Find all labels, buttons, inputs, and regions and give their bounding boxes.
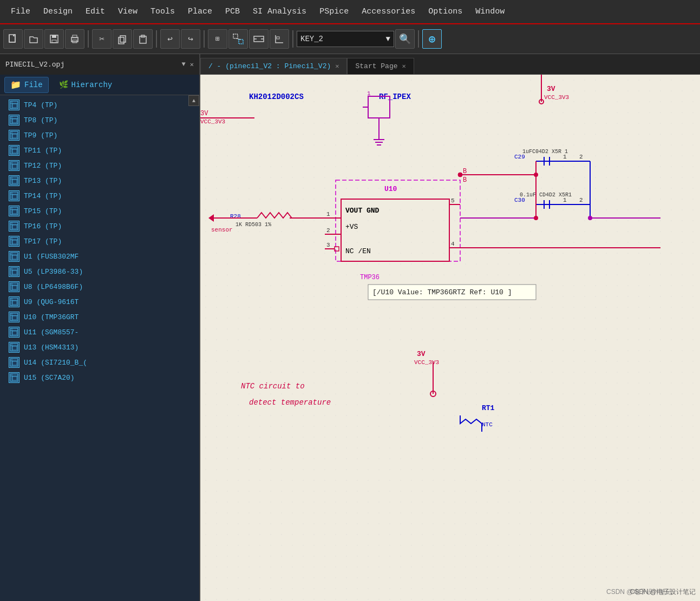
component-list-item[interactable]: TP14 (TP)	[0, 188, 199, 203]
tab-start-page-label: Start Page	[355, 62, 397, 70]
snap-button[interactable]	[228, 29, 248, 49]
component-list[interactable]: ▲ TP4 (TP)TP8 (TP)TP9 (TP)TP11 (TP)TP12 …	[0, 95, 199, 601]
component-list-item[interactable]: U10 (TMP36GRT	[0, 309, 199, 325]
component-list-item[interactable]: U9 (QUG-9616T	[0, 294, 199, 309]
menu-accessories[interactable]: Accessories	[355, 5, 422, 18]
scroll-up-btn[interactable]: ▲	[188, 95, 199, 106]
undo-button[interactable]: ↩	[160, 29, 180, 49]
component-list-item[interactable]: U14 (SI7210_B_(	[0, 355, 199, 370]
svg-rect-85	[12, 346, 17, 350]
part-filter-dropdown[interactable]: KEY_2 ▼	[297, 31, 394, 47]
toolbar: ✂ ↩ ↪ ⊞ KEY_2 ▼ 🔍 ⊕	[0, 24, 700, 54]
net-button[interactable]	[270, 29, 289, 49]
svg-rect-45	[12, 195, 17, 199]
u10-plus-vs: +VS	[345, 223, 358, 231]
svg-rect-53	[12, 225, 17, 229]
component-list-item[interactable]: TP4 (TP)	[0, 97, 199, 113]
component-ref-label: U8 (LP6498B6F)	[24, 283, 83, 291]
menu-pspice[interactable]: PSpice	[313, 5, 355, 18]
u10-pin4: 4	[451, 241, 455, 247]
component-list-item[interactable]: TP16 (TP)	[0, 219, 199, 234]
open-button[interactable]	[24, 29, 43, 49]
schematic-area[interactable]: KH2012D002CS RF_IPEX 3V VCC_3V3 1 3V VCC…	[200, 75, 700, 601]
panel-tab-file[interactable]: 📁 File	[4, 77, 49, 93]
component-list-item[interactable]: U13 (HSM4313)	[0, 340, 199, 355]
component-list-item[interactable]: U11 (SGM8557-	[0, 325, 199, 340]
menu-design[interactable]: Design	[37, 5, 79, 18]
component-list-item[interactable]: TP13 (TP)	[0, 173, 199, 188]
component-list-item[interactable]: U8 (LP6498B6F)	[0, 279, 199, 294]
component-list-item[interactable]: U1 (FUSB302MF	[0, 249, 199, 264]
component-list-item[interactable]: TP12 (TP)	[0, 158, 199, 173]
menu-bar: File Design Edit View Tools Place PCB SI…	[0, 0, 700, 24]
component-icon	[9, 357, 19, 368]
component-icon	[9, 115, 19, 126]
print-button[interactable]	[65, 29, 84, 49]
component-icon	[9, 221, 19, 232]
svg-rect-73	[12, 301, 17, 305]
search-button[interactable]: 🔍	[395, 29, 415, 49]
component-list-item[interactable]: TP9 (TP)	[0, 128, 199, 143]
paste-button[interactable]	[133, 29, 153, 49]
svg-rect-2	[52, 35, 56, 38]
tree-icon: 🌿	[59, 80, 68, 89]
project-close-btn[interactable]: ✕	[190, 61, 194, 69]
tab-start-page-close[interactable]: ✕	[402, 62, 406, 70]
tab-schematic-label: / - (pinecil_V2 : Pinecil_V2)	[208, 62, 331, 70]
menu-place[interactable]: Place	[181, 5, 219, 18]
menu-file[interactable]: File	[4, 5, 37, 18]
svg-rect-77	[12, 316, 17, 320]
tab-schematic-close[interactable]: ✕	[335, 62, 339, 70]
ntc-label2: detect temperature	[249, 398, 331, 407]
component-list-item[interactable]: TP15 (TP)	[0, 203, 199, 219]
sep5	[418, 30, 419, 48]
svg-rect-37	[12, 164, 17, 168]
tab-schematic[interactable]: / - (pinecil_V2 : Pinecil_V2) ✕	[200, 58, 347, 74]
component-ref-label: U13 (HSM4313)	[24, 344, 78, 352]
redo-button[interactable]: ↪	[181, 29, 200, 49]
pin1-top: 1	[367, 90, 371, 97]
sep4	[292, 30, 293, 48]
dropdown-value: KEY_2	[300, 35, 323, 43]
folder-icon: 📁	[10, 80, 21, 90]
menu-window[interactable]: Window	[469, 5, 511, 18]
vcc-3v-label-left: 3V	[200, 110, 208, 117]
component-ref-label: U15 (SC7A20)	[24, 374, 75, 382]
u10-pin5: 5	[451, 197, 455, 204]
component-icon	[9, 296, 19, 307]
component-list-item[interactable]: U5 (LP3986-33)	[0, 264, 199, 279]
save-button[interactable]	[44, 29, 64, 49]
copy-button[interactable]	[113, 29, 132, 49]
grid-button[interactable]: ⊞	[208, 29, 227, 49]
new-button[interactable]	[3, 29, 23, 49]
watermark: CSDN @电子设计笔记	[630, 587, 696, 597]
menu-si-analysis[interactable]: SI Analysis	[246, 5, 313, 18]
left-panel: 📁 File 🌿 Hierarchy ▲ TP4 (TP)TP8 (TP)TP9…	[0, 75, 200, 601]
component-list-item[interactable]: TP11 (TP)	[0, 143, 199, 158]
component-list-item[interactable]: U15 (SC7A20)	[0, 370, 199, 385]
cut-button[interactable]: ✂	[92, 29, 112, 49]
u10-pin1: 1	[326, 211, 330, 217]
svg-rect-7	[120, 36, 126, 42]
menu-edit[interactable]: Edit	[79, 5, 112, 18]
u10-label: U10	[384, 185, 397, 193]
panel-tab-file-label: File	[24, 81, 43, 89]
svg-rect-29	[12, 134, 17, 138]
project-dropdown-btn[interactable]: ▼	[182, 61, 186, 68]
component-ref-label: TP11 (TP)	[24, 147, 62, 155]
svg-rect-96	[200, 75, 700, 601]
tab-start-page[interactable]: Start Page ✕	[347, 58, 414, 74]
panel-tab-hierarchy[interactable]: 🌿 Hierarchy	[53, 77, 119, 92]
b-label: B	[463, 168, 467, 175]
menu-pcb[interactable]: PCB	[219, 5, 246, 18]
menu-view[interactable]: View	[112, 5, 144, 18]
menu-tools[interactable]: Tools	[144, 5, 181, 18]
menu-options[interactable]: Options	[422, 5, 469, 18]
component-icon	[9, 281, 19, 292]
component-list-item[interactable]: TP17 (TP)	[0, 234, 199, 249]
component-button[interactable]	[249, 29, 269, 49]
component-ref-label: TP4 (TP)	[24, 101, 57, 109]
component-list-item[interactable]: TP8 (TP)	[0, 113, 199, 128]
component-icon	[9, 160, 19, 171]
zoom-in-button[interactable]: ⊕	[422, 29, 442, 49]
